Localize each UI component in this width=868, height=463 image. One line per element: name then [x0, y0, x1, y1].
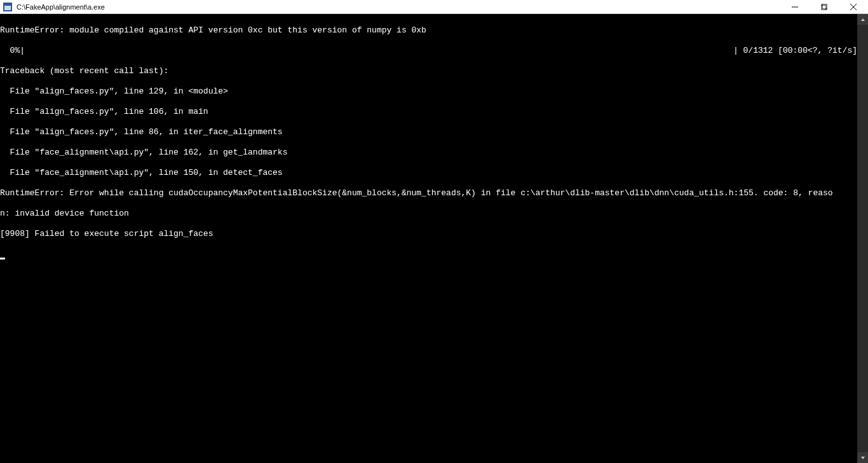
svg-rect-5	[822, 4, 827, 9]
progress-line: 0%|| 0/1312 [00:00<?, ?it/s]	[0, 46, 857, 56]
terminal-line: Traceback (most recent call last):	[0, 66, 857, 76]
terminal-line: File "align_faces.py", line 86, in iter_…	[0, 127, 857, 137]
progress-left: 0%|	[0, 46, 25, 56]
minimize-button[interactable]	[780, 0, 810, 13]
terminal-line: n: invalid device function	[0, 209, 857, 219]
progress-right: | 0/1312 [00:00<?, ?it/s]	[733, 46, 857, 56]
terminal-line: [9908] Failed to execute script align_fa…	[0, 229, 857, 239]
terminal-line: File "align_faces.py", line 129, in <mod…	[0, 86, 857, 97]
terminal-line: File "face_alignment\api.py", line 150, …	[0, 168, 857, 178]
svg-marker-9	[861, 457, 865, 459]
titlebar[interactable]: C:\FakeApp\alignment\a.exe	[0, 0, 868, 14]
window-controls	[780, 0, 868, 13]
vertical-scrollbar[interactable]	[857, 14, 868, 463]
scroll-up-arrow-icon[interactable]	[857, 14, 868, 25]
svg-rect-4	[821, 5, 826, 10]
terminal-area[interactable]: RuntimeError: module compiled against AP…	[0, 14, 868, 463]
app-icon	[3, 2, 13, 12]
terminal-line: RuntimeError: module compiled against AP…	[0, 25, 857, 36]
terminal-line: RuntimeError: Error while calling cudaOc…	[0, 188, 857, 198]
close-button[interactable]	[839, 0, 868, 13]
scroll-down-arrow-icon[interactable]	[857, 452, 868, 463]
titlebar-left: C:\FakeApp\alignment\a.exe	[0, 2, 105, 12]
console-window: C:\FakeApp\alignment\a.exe RuntimeError:…	[0, 0, 868, 463]
window-title: C:\FakeApp\alignment\a.exe	[17, 3, 105, 11]
maximize-button[interactable]	[810, 0, 839, 13]
cursor	[0, 258, 5, 259]
svg-rect-2	[4, 4, 11, 6]
terminal-line: File "face_alignment\api.py", line 162, …	[0, 148, 857, 158]
terminal-content: RuntimeError: module compiled against AP…	[0, 15, 857, 270]
svg-marker-8	[861, 18, 865, 21]
terminal-line: File "align_faces.py", line 106, in main	[0, 107, 857, 117]
